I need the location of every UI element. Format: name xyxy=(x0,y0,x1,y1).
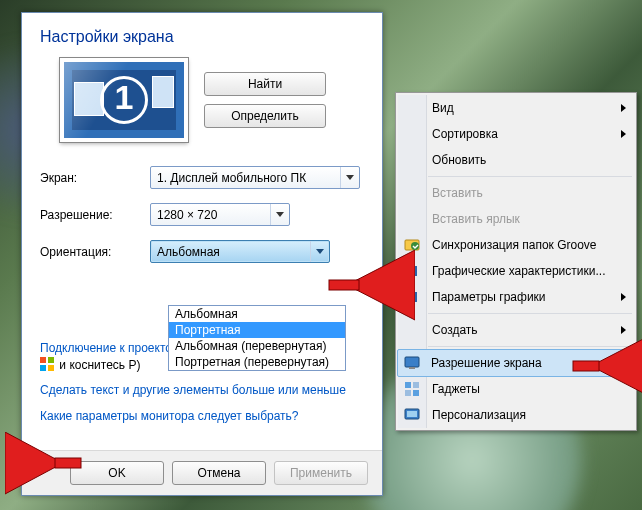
chip-icon xyxy=(404,263,420,279)
svg-rect-9 xyxy=(413,382,419,388)
menu-gfx-properties[interactable]: Графические характеристики... xyxy=(398,258,634,284)
svg-rect-13 xyxy=(407,411,417,417)
find-button[interactable]: Найти xyxy=(204,72,326,96)
desktop-context-menu: Вид Сортировка Обновить Вставить Вставит… xyxy=(395,92,637,431)
monitor-icon xyxy=(404,355,420,371)
orientation-combo-value: Альбомная xyxy=(157,245,220,259)
ok-button[interactable]: OK xyxy=(70,461,164,485)
chevron-down-icon xyxy=(310,241,329,262)
menu-paste: Вставить xyxy=(398,180,634,206)
detect-button[interactable]: Определить xyxy=(204,104,326,128)
menu-separator xyxy=(428,346,632,347)
window-title: Настройки экрана xyxy=(40,28,382,46)
orientation-dropdown[interactable]: Альбомная Портретная Альбомная (переверн… xyxy=(168,305,346,371)
menu-personalize[interactable]: Персонализация xyxy=(398,402,634,428)
menu-gfx-params[interactable]: Параметры графики xyxy=(398,284,634,310)
orientation-option-selected[interactable]: Портретная xyxy=(169,322,345,338)
menu-screen-resolution[interactable]: Разрешение экрана xyxy=(397,349,635,377)
gadgets-icon xyxy=(404,381,420,397)
svg-rect-5 xyxy=(409,294,415,300)
chevron-down-icon xyxy=(270,204,289,225)
orientation-combo[interactable]: Альбомная xyxy=(150,240,330,263)
menu-separator xyxy=(428,176,632,177)
menu-sort[interactable]: Сортировка xyxy=(398,121,634,147)
menu-gadgets[interactable]: Гаджеты xyxy=(398,376,634,402)
resolution-label: Разрешение: xyxy=(40,208,150,222)
help-link[interactable]: Какие параметры монитора следует выбрать… xyxy=(40,409,364,425)
menu-view[interactable]: Вид xyxy=(398,95,634,121)
menu-new[interactable]: Создать xyxy=(398,317,634,343)
personalize-icon xyxy=(404,407,420,423)
display-combo-value: 1. Дисплей мобильного ПК xyxy=(157,171,306,185)
menu-groove-sync[interactable]: Синхронизация папок Groove xyxy=(398,232,634,258)
svg-rect-10 xyxy=(405,390,411,396)
orientation-label: Ориентация: xyxy=(40,245,150,259)
orientation-option[interactable]: Портретная (перевернутая) xyxy=(169,354,345,370)
svg-rect-11 xyxy=(413,390,419,396)
display-preview[interactable]: 1 xyxy=(60,58,188,142)
groove-icon xyxy=(404,237,420,253)
chip-icon xyxy=(404,289,420,305)
windows-key-icon xyxy=(40,357,54,371)
button-bar: OK Отмена Применить xyxy=(22,450,382,495)
resolution-combo-value: 1280 × 720 xyxy=(157,208,217,222)
menu-separator xyxy=(428,313,632,314)
display-settings-window: Настройки экрана 1 Найти Определить Экра… xyxy=(21,12,383,496)
svg-rect-6 xyxy=(405,357,419,367)
display-combo[interactable]: 1. Дисплей мобильного ПК xyxy=(150,166,360,189)
orientation-option[interactable]: Альбомная (перевернутая) xyxy=(169,338,345,354)
text-size-link[interactable]: Сделать текст и другие элементы больше и… xyxy=(40,383,364,399)
svg-rect-8 xyxy=(405,382,411,388)
svg-rect-3 xyxy=(409,268,415,274)
cancel-button[interactable]: Отмена xyxy=(172,461,266,485)
menu-refresh[interactable]: Обновить xyxy=(398,147,634,173)
orientation-option[interactable]: Альбомная xyxy=(169,306,345,322)
display-label: Экран: xyxy=(40,171,150,185)
chevron-down-icon xyxy=(340,167,359,188)
menu-paste-shortcut: Вставить ярлык xyxy=(398,206,634,232)
svg-rect-7 xyxy=(409,367,415,369)
resolution-combo[interactable]: 1280 × 720 xyxy=(150,203,290,226)
apply-button: Применить xyxy=(274,461,368,485)
